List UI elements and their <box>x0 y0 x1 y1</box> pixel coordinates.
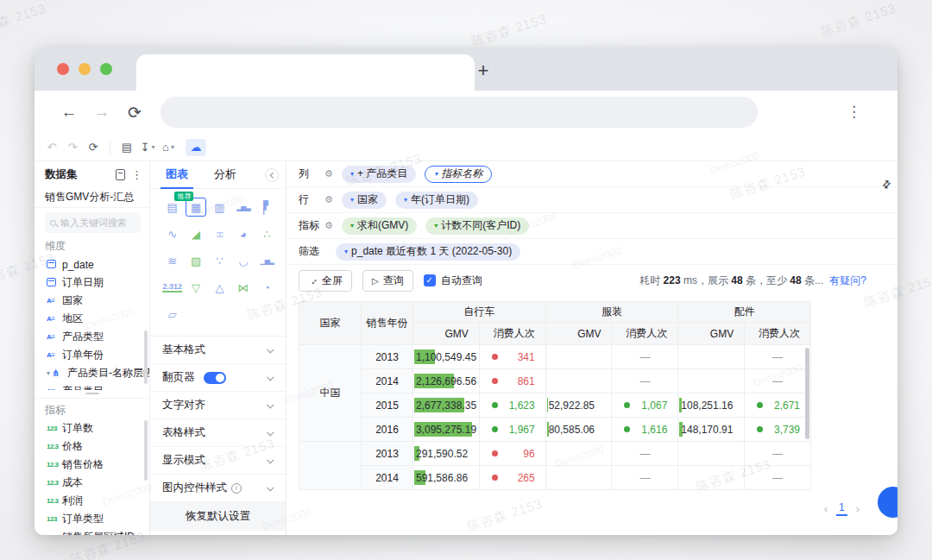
chart-type-sankey[interactable]: ⋈ <box>233 278 253 297</box>
chart-type-card[interactable]: ▱ <box>162 305 182 324</box>
field-item[interactable]: 12.3销售价格 <box>35 456 149 474</box>
gear-icon[interactable]: ⚙ <box>324 220 333 231</box>
shelf-pill[interactable]: ▾指标名称 <box>425 166 492 183</box>
chart-type-cross-table[interactable]: ▥ <box>210 198 230 217</box>
reload-icon[interactable]: ⟳ <box>123 103 147 123</box>
gmv-value: 2,126,696.56 <box>416 375 476 387</box>
style-section-翻页器[interactable]: 翻页器 <box>150 363 286 391</box>
redo-icon[interactable]: ↷ <box>64 139 81 156</box>
reset-defaults-button[interactable]: 恢复默认设置 <box>150 501 286 531</box>
chart-type-column[interactable]: ▯▯ <box>210 224 230 243</box>
chart-type-area[interactable]: ◢ <box>186 224 205 243</box>
field-item[interactable]: 订单日期 <box>35 274 149 292</box>
tab-分析[interactable]: 分析 <box>214 161 236 189</box>
browser-tab[interactable] <box>136 54 475 91</box>
new-tab-button[interactable]: + <box>470 58 496 84</box>
style-section-基本格式[interactable]: 基本格式 <box>150 336 286 363</box>
field-item[interactable]: A≡国家 <box>35 292 149 310</box>
style-section-显示模式[interactable]: 显示模式 <box>150 446 286 474</box>
chart-type-histogram[interactable]: ▁▅▂ <box>257 251 277 270</box>
shelf-pill[interactable]: ▾计数不同(客户ID) <box>425 217 529 235</box>
chart-type-pie[interactable]: ◕ <box>233 224 253 243</box>
field-item[interactable]: 123订单类型 <box>35 510 149 528</box>
chart-type-line[interactable]: ∿ <box>162 224 182 243</box>
pivot-table: 国家销售年份自行车服装配件GMV消费人次GMV消费人次GMV消费人次中国2013… <box>299 301 811 490</box>
style-section-文字对齐[interactable]: 文字对齐 <box>150 391 286 418</box>
table-scrollbar[interactable] <box>805 348 809 439</box>
minimize-window-button[interactable] <box>79 63 91 75</box>
chart-type-bubble[interactable]: ∵ <box>210 251 230 270</box>
pill-caret-icon: ▾ <box>344 248 348 255</box>
chart-type-pivot-table[interactable]: ▦推荐 <box>186 198 205 217</box>
shelf-pill[interactable]: ▾p_date 最近有数 1 天 (2022-05-30) <box>336 243 520 261</box>
field-search-input[interactable]: 输入关键词搜索 <box>45 212 141 233</box>
field-item[interactable]: 12.3价格 <box>35 437 149 456</box>
field-item[interactable]: 12.3利润 <box>35 492 149 510</box>
field-item[interactable]: 123订单数 <box>35 419 149 437</box>
cloud-publish-icon[interactable]: ☁ <box>186 139 206 156</box>
switch-dataset-icon[interactable] <box>116 169 125 180</box>
fullscreen-button[interactable]: ↔ 全屏 <box>299 270 352 292</box>
close-window-button[interactable] <box>57 63 69 75</box>
style-section-表格样式[interactable]: 表格样式 <box>150 418 286 446</box>
current-page[interactable]: 1 <box>836 501 847 516</box>
string-field-icon: A≡ <box>47 315 62 323</box>
zoom-window-button[interactable] <box>100 63 112 75</box>
chart-type-kpi-card[interactable]: 2.312 <box>162 278 182 297</box>
help-link[interactable]: 有疑问? <box>829 274 866 286</box>
measures-label: 指标 <box>35 400 149 419</box>
field-item[interactable]: A≡订单年份 <box>35 346 149 364</box>
forward-icon[interactable]: → <box>90 103 114 122</box>
field-item[interactable]: A≡产品类目 <box>35 382 149 390</box>
preview-icon[interactable]: ▤ <box>118 139 135 156</box>
query-status-text: 耗时 223 ms，展示 48 条，至少 48 条... 有疑问? <box>639 274 897 288</box>
gmv-value: 108,251.16 <box>681 400 733 412</box>
collapse-panel-button[interactable] <box>265 168 279 182</box>
query-button[interactable]: ▷ 查询 <box>362 270 413 292</box>
gear-icon[interactable]: ⚙ <box>324 168 333 179</box>
field-item[interactable]: 123销售所属区域ID <box>35 528 149 535</box>
field-item[interactable]: 12.3成本 <box>35 474 149 492</box>
chart-type-gauge-flat[interactable]: ◡ <box>233 251 253 270</box>
field-list-divider[interactable] <box>35 390 149 399</box>
gmv-cell <box>545 442 612 466</box>
browser-menu-icon[interactable]: ⋮ <box>847 102 861 123</box>
back-icon[interactable]: ← <box>57 103 81 122</box>
measure-scrollbar[interactable] <box>144 420 148 481</box>
field-item[interactable]: p_date <box>35 255 149 274</box>
chart-type-combo[interactable]: ▧ <box>186 251 205 270</box>
dataset-more-icon[interactable]: ⋮ <box>131 168 142 181</box>
chart-type-gauge[interactable]: ◔ <box>257 278 277 297</box>
next-page-icon[interactable]: › <box>856 502 860 515</box>
pager-toggle[interactable] <box>204 372 226 384</box>
undo-icon[interactable]: ↶ <box>43 139 60 156</box>
field-item[interactable]: A≡产品类型 <box>35 328 149 346</box>
tab-图表[interactable]: 图表 <box>166 161 188 189</box>
address-bar[interactable] <box>161 97 758 128</box>
dimension-scrollbar[interactable] <box>144 330 148 384</box>
auto-query-checkbox[interactable]: ✓ <box>424 274 436 286</box>
field-item[interactable]: ▾⋔产品类目-名称层级 <box>35 364 149 382</box>
num12-field-icon: 12.3 <box>47 443 62 450</box>
style-section-图内控件样式[interactable]: 图内控件样式i <box>150 474 286 501</box>
shelf-pill[interactable]: ▾国家 <box>342 192 387 209</box>
refresh-icon[interactable]: ⟳ <box>85 139 102 156</box>
shelf-pill[interactable]: ▾年(订单日期) <box>395 192 478 209</box>
alert-icon[interactable]: ⌂▾ <box>160 139 177 156</box>
shelf-pill[interactable]: ▾+ 产品类目 <box>342 166 416 183</box>
prev-page-icon[interactable]: ‹ <box>824 502 828 515</box>
shelf-label: 筛选 <box>299 244 319 259</box>
assistant-fab-button[interactable] <box>878 487 897 518</box>
group-header: 配件 <box>678 302 811 323</box>
chart-type-radar[interactable]: △ <box>210 278 230 297</box>
dataset-name[interactable]: 销售GMV分析-汇总 <box>35 186 149 208</box>
gear-icon[interactable]: ⚙ <box>324 194 333 205</box>
chart-type-funnel-3d[interactable]: ≋ <box>162 251 182 270</box>
shelf-pill[interactable]: ▾求和(GMV) <box>342 217 417 235</box>
field-item[interactable]: A≡地区 <box>35 310 149 328</box>
chart-type-scatter[interactable]: ∴ <box>257 224 277 243</box>
chart-type-bar[interactable]: ▂▅▃ <box>233 198 253 217</box>
chart-type-funnel[interactable]: ▽ <box>186 278 205 297</box>
chart-type-bar-horizontal[interactable]: ▅▃▁ <box>257 197 276 217</box>
download-icon[interactable]: ↧▾ <box>139 139 156 156</box>
